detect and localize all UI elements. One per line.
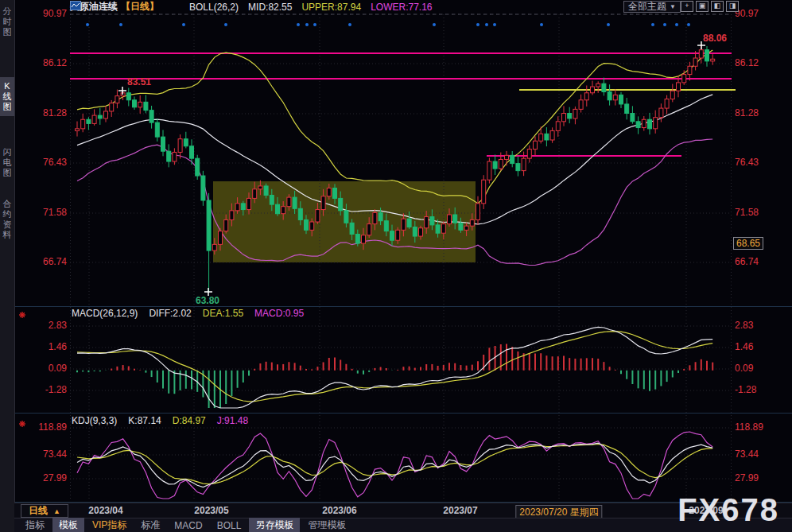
- indicator-chart-icon: [169, 2, 180, 12]
- tab-8[interactable]: 管理模板: [301, 518, 352, 532]
- event-dot[interactable]: [119, 23, 122, 26]
- sidebar-item-1[interactable]: 分 时 图: [0, 2, 14, 41]
- kdj-d-line: [77, 445, 712, 484]
- crosshair-icon[interactable]: +: [681, 1, 693, 12]
- event-dot[interactable]: [182, 23, 185, 26]
- date-axis-label: 2023/05: [194, 505, 228, 516]
- price-axis-label-left: 86.12: [16, 57, 67, 68]
- price-axis-label-left: 66.74: [16, 256, 67, 267]
- event-dot[interactable]: [675, 23, 678, 26]
- event-dot[interactable]: [348, 23, 351, 26]
- macd-axis-label-left: -1.28: [16, 384, 67, 395]
- chart-canvas[interactable]: [0, 0, 792, 532]
- event-dot[interactable]: [485, 23, 488, 26]
- tab-5[interactable]: MACD: [168, 519, 208, 532]
- event-dot[interactable]: [305, 23, 309, 26]
- tab-2[interactable]: 模板: [52, 518, 84, 532]
- boll-mid-value: MID:82.55: [248, 2, 292, 13]
- event-dot[interactable]: [687, 23, 690, 26]
- period-button[interactable]: 日线 ▲: [21, 504, 68, 518]
- price-annotation: 83.51: [127, 76, 151, 87]
- price-axis-label-right: 81.28: [735, 107, 759, 118]
- pan-right-icon[interactable]: ◨: [726, 1, 739, 12]
- boll-params: BOLL(26,2): [189, 2, 239, 13]
- header-toolbar: +▣◧◨: [681, 1, 739, 12]
- macd-axis-label-right: 1.46: [735, 341, 753, 352]
- macd-dea-value: DEA:1.55: [203, 308, 243, 319]
- event-dot[interactable]: [224, 23, 227, 26]
- boll-lower-value: LOWER:77.16: [371, 2, 432, 13]
- event-dot[interactable]: [476, 23, 479, 26]
- event-dot[interactable]: [86, 23, 89, 26]
- macd-macd-value: MACD:0.95: [254, 308, 304, 319]
- price-annotation: 88.06: [703, 33, 727, 44]
- event-dot[interactable]: [297, 23, 300, 26]
- event-dot[interactable]: [493, 23, 496, 26]
- macd-panel-header: MACD(26,12,9) DIFF:2.02 DEA:1.55 MACD:0.…: [72, 308, 304, 319]
- macd-axis-label-left: 0.09: [16, 363, 67, 374]
- price-axis-label-left: 76.43: [16, 157, 67, 168]
- theme-dropdown[interactable]: 全部主题 ▼: [623, 1, 681, 13]
- price-axis-label-right: 76.43: [735, 157, 759, 168]
- period-tag: 【日线】: [121, 0, 159, 14]
- fit-chart-icon[interactable]: ▣: [696, 1, 709, 12]
- bottom-tab-bar: 指标模板VIP指标标准MACDBOLL另存模板管理模板: [14, 518, 792, 532]
- price-badge: 68.65: [733, 237, 763, 250]
- date-axis-label: 2023/06: [322, 505, 356, 516]
- price-annotation: 63.80: [196, 295, 219, 306]
- tab-6[interactable]: BOLL: [211, 519, 248, 532]
- macd-diff-value: DIFF:2.02: [149, 308, 191, 319]
- theme-dropdown-label: 全部主题: [628, 0, 666, 14]
- panel-marker-icon: [19, 312, 25, 318]
- kdj-axis-label-right: 73.44: [735, 449, 759, 460]
- kdj-d-value: D:84.97: [173, 415, 206, 426]
- tab-7[interactable]: 另存模板: [249, 518, 300, 532]
- date-axis-label: 2023/07: [443, 505, 477, 516]
- kdj-axis-label-left: 118.89: [16, 421, 67, 433]
- price-axis-label-right: 86.12: [735, 57, 759, 68]
- event-dot[interactable]: [651, 23, 654, 26]
- macd-dea-line: [77, 332, 712, 402]
- triangle-up-icon: ▲: [53, 507, 60, 515]
- price-axis-label-right: 71.58: [735, 207, 759, 218]
- pan-left-icon[interactable]: ◧: [711, 1, 724, 12]
- sidebar-item-3[interactable]: 闪 电 图: [0, 143, 14, 182]
- sidebar-item-4[interactable]: 合 约 资 料: [0, 195, 14, 244]
- event-dot[interactable]: [313, 23, 316, 26]
- event-dot[interactable]: [433, 23, 436, 26]
- price-axis-label-left: 71.58: [16, 207, 67, 218]
- kdj-j-value: J:91.48: [217, 415, 248, 426]
- kdj-axis-label-left: 73.44: [16, 449, 67, 460]
- event-dot[interactable]: [607, 23, 610, 26]
- kdj-axis-label-left: 27.99: [16, 472, 67, 483]
- macd-axis-label-right: -1.28: [735, 384, 756, 395]
- boll-upper-value: UPPER:87.94: [301, 2, 361, 13]
- tab-4[interactable]: 标准: [134, 518, 166, 532]
- date-axis-bar: 日线 ▲ 2023/042023/052023/062023/072023/07…: [14, 503, 792, 518]
- kdj-params: KDJ(9,3,3): [72, 415, 117, 426]
- trading-app-window: 分 时 图K 线 图闪 电 图合 约 资 料 美原油连续 【日线】 BOLL(2…: [0, 0, 792, 532]
- kdj-axis-label-right: 27.99: [735, 472, 759, 483]
- event-dot[interactable]: [663, 23, 666, 26]
- kdj-k-line: [77, 443, 712, 487]
- sidebar-item-2[interactable]: K 线 图: [0, 77, 14, 116]
- date-axis-label: 2023/04: [88, 505, 122, 516]
- chart-type-sidebar: 分 时 图K 线 图闪 电 图合 约 资 料: [0, 0, 15, 532]
- period-button-label: 日线: [29, 504, 48, 518]
- chart-header: 美原油连续 【日线】 BOLL(26,2) MID:82.55 UPPER:87…: [70, 1, 433, 13]
- kdj-j-line: [77, 432, 712, 499]
- price-axis-label-right: 66.74: [735, 256, 759, 267]
- chevron-down-icon: ▼: [670, 3, 676, 10]
- macd-axis-label-left: 1.46: [16, 341, 67, 352]
- kdj-axis-label-right: 118.89: [735, 421, 763, 433]
- event-dot[interactable]: [540, 23, 543, 26]
- tab-3[interactable]: VIP指标: [86, 518, 133, 532]
- macd-params: MACD(26,12,9): [72, 308, 138, 319]
- macd-axis-label-right: 2.83: [735, 320, 753, 331]
- tab-1[interactable]: 指标: [19, 518, 51, 532]
- macd-axis-label-right: 0.09: [735, 363, 753, 374]
- macd-dif-line: [77, 327, 712, 408]
- macd-axis-label-left: 2.83: [16, 320, 67, 331]
- boll-upper-line: [77, 50, 712, 204]
- price-axis-label-left: 90.97: [16, 8, 67, 19]
